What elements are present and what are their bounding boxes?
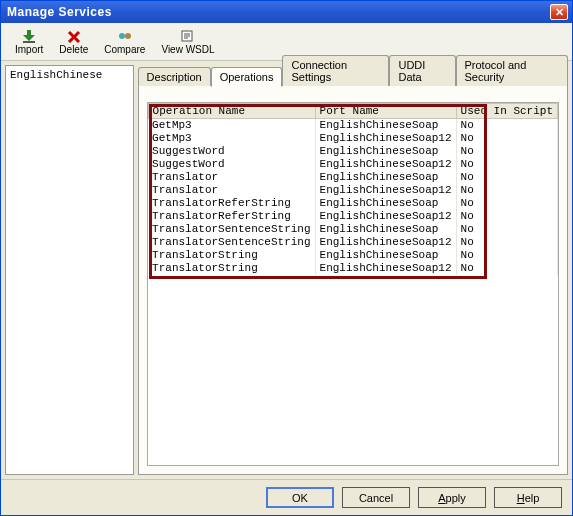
- table-row[interactable]: TranslatorStringEnglishChineseSoap12No: [148, 262, 557, 275]
- table-row[interactable]: SuggestWordEnglishChineseSoap12No: [148, 158, 557, 171]
- cell-port: EnglishChineseSoap: [315, 171, 456, 184]
- cell-used: No: [456, 119, 557, 133]
- body-area: EnglishChinese Description Operations Co…: [1, 61, 572, 479]
- table-row[interactable]: GetMp3EnglishChineseSoap12No: [148, 132, 557, 145]
- cell-used: No: [456, 197, 557, 210]
- cell-op: TranslatorSentenceString: [148, 223, 315, 236]
- cell-op: GetMp3: [148, 119, 315, 133]
- tab-protocol-security[interactable]: Protocol and Security: [456, 55, 569, 86]
- table-row[interactable]: TranslatorReferStringEnglishChineseSoapN…: [148, 197, 557, 210]
- cell-op: SuggestWord: [148, 145, 315, 158]
- apply-rest: pply: [446, 492, 466, 504]
- cell-op: TranslatorReferString: [148, 210, 315, 223]
- cell-port: EnglishChineseSoap12: [315, 262, 456, 275]
- view-wsdl-label: View WSDL: [161, 44, 214, 55]
- details-panel: Description Operations Connection Settin…: [138, 65, 568, 475]
- col-header-used[interactable]: Used In Script: [456, 104, 557, 119]
- cell-op: Translator: [148, 184, 315, 197]
- operations-table: Operation Name Port Name Used In Script …: [148, 103, 558, 275]
- button-bar: OK Cancel Apply Help: [1, 479, 572, 515]
- cell-port: EnglishChineseSoap: [315, 223, 456, 236]
- view-wsdl-button[interactable]: View WSDL: [155, 29, 220, 55]
- view-wsdl-icon: [180, 29, 196, 43]
- window-title: Manage Services: [5, 5, 550, 19]
- cell-port: EnglishChineseSoap12: [315, 132, 456, 145]
- tabstrip: Description Operations Connection Settin…: [138, 65, 568, 85]
- cell-used: No: [456, 158, 557, 171]
- table-row[interactable]: SuggestWordEnglishChineseSoapNo: [148, 145, 557, 158]
- cell-port: EnglishChineseSoap: [315, 119, 456, 133]
- import-button[interactable]: Import: [9, 29, 49, 55]
- cell-port: EnglishChineseSoap12: [315, 184, 456, 197]
- cell-used: No: [456, 236, 557, 249]
- cell-used: No: [456, 184, 557, 197]
- cell-port: EnglishChineseSoap: [315, 197, 456, 210]
- tab-operations[interactable]: Operations: [211, 67, 283, 87]
- cell-used: No: [456, 262, 557, 275]
- cell-used: No: [456, 171, 557, 184]
- table-row[interactable]: TranslatorReferStringEnglishChineseSoap1…: [148, 210, 557, 223]
- services-list[interactable]: EnglishChinese: [5, 65, 134, 475]
- cell-used: No: [456, 210, 557, 223]
- table-row[interactable]: TranslatorEnglishChineseSoap12No: [148, 184, 557, 197]
- cell-op: GetMp3: [148, 132, 315, 145]
- svg-point-1: [119, 33, 125, 39]
- cell-op: SuggestWord: [148, 158, 315, 171]
- delete-label: Delete: [59, 44, 88, 55]
- import-label: Import: [15, 44, 43, 55]
- tab-uddi-data[interactable]: UDDI Data: [389, 55, 455, 86]
- compare-label: Compare: [104, 44, 145, 55]
- compare-icon: [117, 29, 133, 43]
- cell-used: No: [456, 145, 557, 158]
- help-button[interactable]: Help: [494, 487, 562, 508]
- cell-op: TranslatorString: [148, 249, 315, 262]
- svg-rect-0: [23, 41, 35, 43]
- tab-connection-settings[interactable]: Connection Settings: [282, 55, 389, 86]
- delete-icon: [66, 29, 82, 43]
- tab-content-operations: Operation Name Port Name Used In Script …: [138, 85, 568, 475]
- table-row[interactable]: TranslatorStringEnglishChineseSoapNo: [148, 249, 557, 262]
- help-rest: elp: [525, 492, 540, 504]
- col-header-operation[interactable]: Operation Name: [148, 104, 315, 119]
- operations-table-container[interactable]: Operation Name Port Name Used In Script …: [147, 102, 559, 466]
- cell-port: EnglishChineseSoap: [315, 145, 456, 158]
- cell-op: TranslatorReferString: [148, 197, 315, 210]
- apply-button[interactable]: Apply: [418, 487, 486, 508]
- delete-button[interactable]: Delete: [53, 29, 94, 55]
- table-row[interactable]: TranslatorEnglishChineseSoapNo: [148, 171, 557, 184]
- table-row[interactable]: TranslatorSentenceStringEnglishChineseSo…: [148, 223, 557, 236]
- tab-description[interactable]: Description: [138, 67, 211, 86]
- cell-op: TranslatorSentenceString: [148, 236, 315, 249]
- service-item-englishchinese[interactable]: EnglishChinese: [8, 68, 131, 82]
- cell-op: Translator: [148, 171, 315, 184]
- import-icon: [21, 29, 37, 43]
- manage-services-window: Manage Services ✕ Import Delete Compare …: [0, 0, 573, 516]
- cancel-button[interactable]: Cancel: [342, 487, 410, 508]
- cell-used: No: [456, 223, 557, 236]
- compare-button[interactable]: Compare: [98, 29, 151, 55]
- titlebar: Manage Services ✕: [1, 1, 572, 23]
- cell-port: EnglishChineseSoap12: [315, 158, 456, 171]
- close-button[interactable]: ✕: [550, 4, 568, 20]
- cell-op: TranslatorString: [148, 262, 315, 275]
- cell-used: No: [456, 132, 557, 145]
- cell-port: EnglishChineseSoap12: [315, 210, 456, 223]
- cell-port: EnglishChineseSoap: [315, 249, 456, 262]
- cell-used: No: [456, 249, 557, 262]
- table-row[interactable]: GetMp3EnglishChineseSoapNo: [148, 119, 557, 133]
- table-row[interactable]: TranslatorSentenceStringEnglishChineseSo…: [148, 236, 557, 249]
- ok-button[interactable]: OK: [266, 487, 334, 508]
- close-icon: ✕: [555, 6, 564, 19]
- col-header-port[interactable]: Port Name: [315, 104, 456, 119]
- cell-port: EnglishChineseSoap12: [315, 236, 456, 249]
- svg-point-2: [125, 33, 131, 39]
